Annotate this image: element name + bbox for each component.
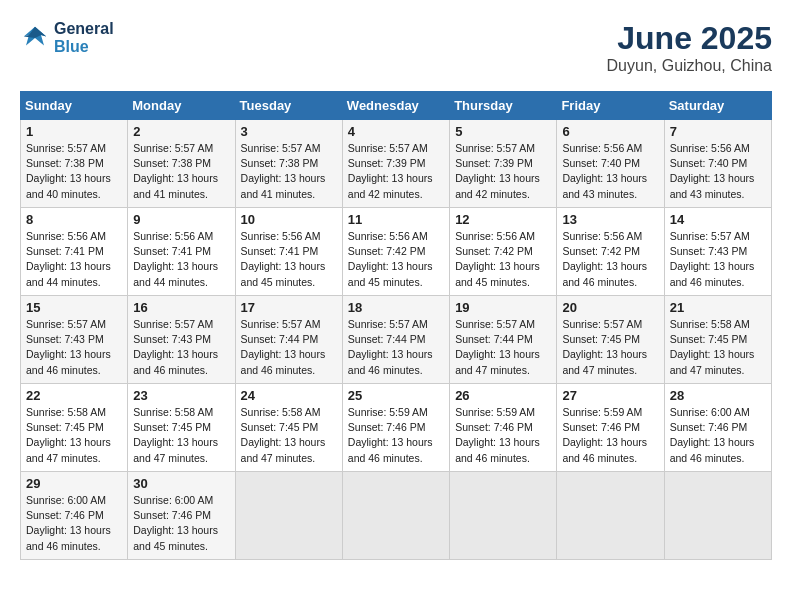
day-info: Sunrise: 5:57 AMSunset: 7:44 PMDaylight:… [348, 317, 444, 378]
calendar-week-5: 29Sunrise: 6:00 AMSunset: 7:46 PMDayligh… [21, 472, 772, 560]
table-row: 28Sunrise: 6:00 AMSunset: 7:46 PMDayligh… [664, 384, 771, 472]
col-monday: Monday [128, 92, 235, 120]
page-header: General Blue June 2025 Duyun, Guizhou, C… [20, 20, 772, 75]
day-number: 12 [455, 212, 551, 227]
day-number: 3 [241, 124, 337, 139]
day-info: Sunrise: 5:56 AMSunset: 7:41 PMDaylight:… [241, 229, 337, 290]
table-row: 12Sunrise: 5:56 AMSunset: 7:42 PMDayligh… [450, 208, 557, 296]
day-info: Sunrise: 5:56 AMSunset: 7:41 PMDaylight:… [26, 229, 122, 290]
day-number: 14 [670, 212, 766, 227]
table-row: 30Sunrise: 6:00 AMSunset: 7:46 PMDayligh… [128, 472, 235, 560]
day-number: 5 [455, 124, 551, 139]
table-row: 24Sunrise: 5:58 AMSunset: 7:45 PMDayligh… [235, 384, 342, 472]
table-row: 5Sunrise: 5:57 AMSunset: 7:39 PMDaylight… [450, 120, 557, 208]
day-number: 17 [241, 300, 337, 315]
table-row [664, 472, 771, 560]
day-info: Sunrise: 5:59 AMSunset: 7:46 PMDaylight:… [455, 405, 551, 466]
logo-text-line1: General [54, 20, 114, 38]
day-info: Sunrise: 5:58 AMSunset: 7:45 PMDaylight:… [670, 317, 766, 378]
table-row: 18Sunrise: 5:57 AMSunset: 7:44 PMDayligh… [342, 296, 449, 384]
table-row: 25Sunrise: 5:59 AMSunset: 7:46 PMDayligh… [342, 384, 449, 472]
day-number: 9 [133, 212, 229, 227]
logo-text-line2: Blue [54, 38, 114, 56]
table-row: 13Sunrise: 5:56 AMSunset: 7:42 PMDayligh… [557, 208, 664, 296]
day-number: 24 [241, 388, 337, 403]
day-number: 30 [133, 476, 229, 491]
logo-icon [20, 23, 50, 53]
calendar-week-2: 8Sunrise: 5:56 AMSunset: 7:41 PMDaylight… [21, 208, 772, 296]
day-number: 26 [455, 388, 551, 403]
table-row: 10Sunrise: 5:56 AMSunset: 7:41 PMDayligh… [235, 208, 342, 296]
day-info: Sunrise: 6:00 AMSunset: 7:46 PMDaylight:… [26, 493, 122, 554]
table-row [557, 472, 664, 560]
day-number: 21 [670, 300, 766, 315]
day-number: 15 [26, 300, 122, 315]
table-row: 29Sunrise: 6:00 AMSunset: 7:46 PMDayligh… [21, 472, 128, 560]
table-row: 9Sunrise: 5:56 AMSunset: 7:41 PMDaylight… [128, 208, 235, 296]
table-row: 2Sunrise: 5:57 AMSunset: 7:38 PMDaylight… [128, 120, 235, 208]
table-row: 16Sunrise: 5:57 AMSunset: 7:43 PMDayligh… [128, 296, 235, 384]
day-info: Sunrise: 5:57 AMSunset: 7:39 PMDaylight:… [348, 141, 444, 202]
table-row: 3Sunrise: 5:57 AMSunset: 7:38 PMDaylight… [235, 120, 342, 208]
table-row: 11Sunrise: 5:56 AMSunset: 7:42 PMDayligh… [342, 208, 449, 296]
table-row: 23Sunrise: 5:58 AMSunset: 7:45 PMDayligh… [128, 384, 235, 472]
col-tuesday: Tuesday [235, 92, 342, 120]
day-number: 18 [348, 300, 444, 315]
day-info: Sunrise: 5:57 AMSunset: 7:38 PMDaylight:… [133, 141, 229, 202]
day-info: Sunrise: 5:56 AMSunset: 7:41 PMDaylight:… [133, 229, 229, 290]
calendar-week-4: 22Sunrise: 5:58 AMSunset: 7:45 PMDayligh… [21, 384, 772, 472]
day-number: 23 [133, 388, 229, 403]
table-row [235, 472, 342, 560]
day-info: Sunrise: 5:58 AMSunset: 7:45 PMDaylight:… [133, 405, 229, 466]
logo: General Blue [20, 20, 114, 56]
day-info: Sunrise: 5:59 AMSunset: 7:46 PMDaylight:… [562, 405, 658, 466]
table-row: 14Sunrise: 5:57 AMSunset: 7:43 PMDayligh… [664, 208, 771, 296]
calendar-week-3: 15Sunrise: 5:57 AMSunset: 7:43 PMDayligh… [21, 296, 772, 384]
table-row: 4Sunrise: 5:57 AMSunset: 7:39 PMDaylight… [342, 120, 449, 208]
day-number: 1 [26, 124, 122, 139]
table-row: 1Sunrise: 5:57 AMSunset: 7:38 PMDaylight… [21, 120, 128, 208]
day-info: Sunrise: 5:56 AMSunset: 7:42 PMDaylight:… [455, 229, 551, 290]
day-info: Sunrise: 5:57 AMSunset: 7:39 PMDaylight:… [455, 141, 551, 202]
day-info: Sunrise: 5:57 AMSunset: 7:38 PMDaylight:… [26, 141, 122, 202]
day-info: Sunrise: 5:57 AMSunset: 7:44 PMDaylight:… [241, 317, 337, 378]
table-row: 7Sunrise: 5:56 AMSunset: 7:40 PMDaylight… [664, 120, 771, 208]
day-info: Sunrise: 5:57 AMSunset: 7:44 PMDaylight:… [455, 317, 551, 378]
day-info: Sunrise: 5:56 AMSunset: 7:42 PMDaylight:… [348, 229, 444, 290]
day-info: Sunrise: 5:56 AMSunset: 7:42 PMDaylight:… [562, 229, 658, 290]
day-info: Sunrise: 5:57 AMSunset: 7:45 PMDaylight:… [562, 317, 658, 378]
svg-marker-1 [24, 27, 47, 38]
day-number: 10 [241, 212, 337, 227]
day-info: Sunrise: 5:56 AMSunset: 7:40 PMDaylight:… [562, 141, 658, 202]
day-info: Sunrise: 5:59 AMSunset: 7:46 PMDaylight:… [348, 405, 444, 466]
table-row: 27Sunrise: 5:59 AMSunset: 7:46 PMDayligh… [557, 384, 664, 472]
day-number: 20 [562, 300, 658, 315]
calendar-subtitle: Duyun, Guizhou, China [607, 57, 772, 75]
calendar-week-1: 1Sunrise: 5:57 AMSunset: 7:38 PMDaylight… [21, 120, 772, 208]
calendar-table: Sunday Monday Tuesday Wednesday Thursday… [20, 91, 772, 560]
calendar-title: June 2025 [607, 20, 772, 57]
day-info: Sunrise: 5:56 AMSunset: 7:40 PMDaylight:… [670, 141, 766, 202]
day-number: 29 [26, 476, 122, 491]
day-number: 19 [455, 300, 551, 315]
table-row: 26Sunrise: 5:59 AMSunset: 7:46 PMDayligh… [450, 384, 557, 472]
day-number: 11 [348, 212, 444, 227]
table-row: 8Sunrise: 5:56 AMSunset: 7:41 PMDaylight… [21, 208, 128, 296]
day-number: 16 [133, 300, 229, 315]
title-block: June 2025 Duyun, Guizhou, China [607, 20, 772, 75]
table-row: 6Sunrise: 5:56 AMSunset: 7:40 PMDaylight… [557, 120, 664, 208]
day-info: Sunrise: 5:57 AMSunset: 7:43 PMDaylight:… [670, 229, 766, 290]
day-number: 2 [133, 124, 229, 139]
col-saturday: Saturday [664, 92, 771, 120]
table-row [342, 472, 449, 560]
day-number: 27 [562, 388, 658, 403]
day-info: Sunrise: 5:58 AMSunset: 7:45 PMDaylight:… [241, 405, 337, 466]
day-number: 22 [26, 388, 122, 403]
day-info: Sunrise: 6:00 AMSunset: 7:46 PMDaylight:… [133, 493, 229, 554]
day-number: 8 [26, 212, 122, 227]
day-info: Sunrise: 5:57 AMSunset: 7:43 PMDaylight:… [26, 317, 122, 378]
table-row: 17Sunrise: 5:57 AMSunset: 7:44 PMDayligh… [235, 296, 342, 384]
calendar-header-row: Sunday Monday Tuesday Wednesday Thursday… [21, 92, 772, 120]
col-thursday: Thursday [450, 92, 557, 120]
day-number: 6 [562, 124, 658, 139]
